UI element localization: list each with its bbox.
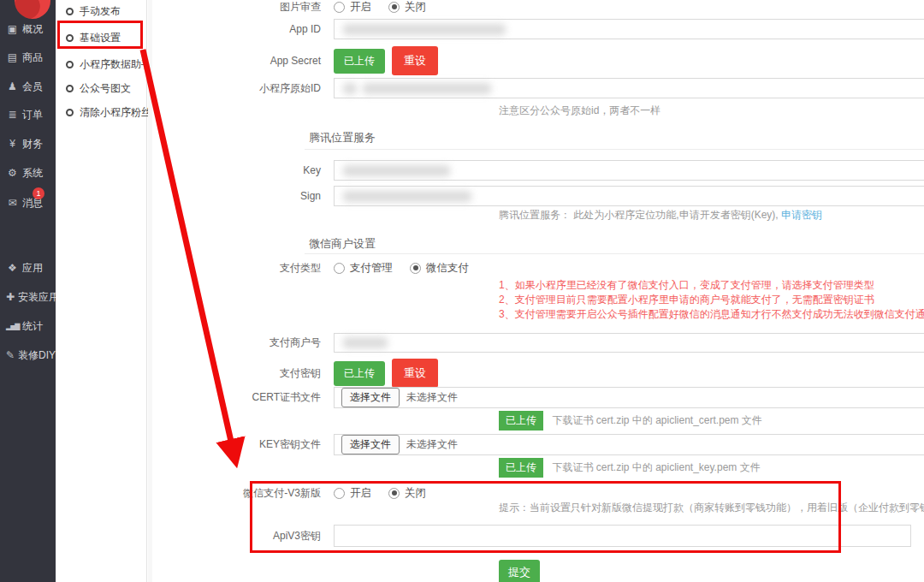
section-tencent-location: 腾讯位置服务 — [309, 130, 376, 146]
cert-choose-file-button[interactable]: 选择文件 — [341, 388, 400, 407]
overview-icon: ▣ — [6, 23, 19, 35]
origin-id-input[interactable] — [334, 78, 924, 98]
apply-key-link[interactable]: 申请密钥 — [781, 209, 822, 221]
sidebar: ▣概况 ▤商品 ♟会员 ≣订单 ¥财务 ⚙系统 ✉消息1 ❖应用 ✚安装应用 ▂… — [0, 0, 56, 582]
apps-icon: ❖ — [6, 262, 19, 274]
key-upload-note: 已上传 下载证书 cert.zip 中的 apiclient_key.pem 文… — [499, 458, 761, 478]
image-review-on-option[interactable]: 开启 — [334, 0, 371, 15]
sidebar-item-finance[interactable]: ¥财务 — [0, 134, 56, 153]
app-logo — [15, 0, 50, 19]
sidebar-item-overview[interactable]: ▣概况 — [0, 20, 56, 39]
pay-note-1: 1、如果小程序里已经没有了微信支付入口，变成了支付管理，请选择支付管理类型 — [499, 278, 874, 293]
origin-id-note: 注意区分公众号原始id，两者不一样 — [499, 104, 660, 118]
pay-note-3: 3、支付管理需要开启公众号插件配置好微信的消息通知才行不然支付成功无法收到微信支… — [499, 307, 924, 322]
cert-file-row: CERT证书文件 选择文件 未选择文件 — [152, 387, 924, 408]
sign-label: Sign — [152, 190, 334, 202]
app-secret-reset-button[interactable]: 重设 — [392, 46, 438, 75]
pay-key-label: 支付密钥 — [152, 366, 334, 381]
wechat-pay-v3-label: 微信支付-V3新版 — [152, 486, 334, 501]
radio-circle-icon — [66, 109, 74, 116]
sidebar-item-members[interactable]: ♟会员 — [0, 77, 56, 96]
stats-icon: ▂▅▇ — [6, 323, 19, 330]
sign-input[interactable] — [334, 186, 924, 206]
redacted-value — [343, 24, 506, 35]
radio-selected-icon[interactable] — [388, 488, 400, 499]
pay-key-reset-button[interactable]: 重设 — [392, 359, 438, 388]
pay-type-manage-option[interactable]: 支付管理 — [334, 261, 393, 276]
sidebar-item-goods[interactable]: ▤商品 — [0, 48, 56, 67]
key-choose-file-button[interactable]: 选择文件 — [341, 435, 400, 454]
radio-unselected-icon[interactable] — [334, 488, 345, 499]
sidebar-item-diy[interactable]: ✎装修DIY — [0, 346, 56, 365]
section-divider — [305, 149, 924, 150]
sidebar-item-orders[interactable]: ≣订单 — [0, 105, 56, 124]
pay-key-uploaded-button[interactable]: 已上传 — [334, 361, 385, 386]
sidebar-item-apps[interactable]: ❖应用 — [0, 258, 56, 277]
submenu-item-manual-publish[interactable]: 手动发布 — [56, 3, 147, 20]
sign-note: 腾讯位置服务： 此处为小程序定位功能,申请开发者密钥(Key), 申请密钥 — [499, 208, 822, 223]
submenu-item-official-articles[interactable]: 公众号图文 — [56, 80, 147, 97]
redacted-value — [343, 337, 388, 348]
radio-unselected-icon[interactable] — [334, 2, 345, 13]
merchant-id-input[interactable] — [334, 333, 924, 353]
sidebar-item-install-apps[interactable]: ✚安装应用 — [0, 288, 56, 306]
sidebar-item-stats[interactable]: ▂▅▇统计 — [0, 317, 56, 336]
radio-circle-icon — [66, 61, 74, 68]
image-review-off-option[interactable]: 关闭 — [388, 0, 426, 15]
radio-unselected-icon[interactable] — [334, 263, 345, 274]
app-id-label: App ID — [152, 23, 334, 35]
app-id-row: App ID — [152, 19, 924, 39]
redacted-value — [363, 83, 491, 94]
settings-submenu: 手动发布 基础设置 小程序数据助手 公众号图文 清除小程序粉丝 — [56, 0, 147, 582]
section-divider — [305, 253, 924, 254]
members-icon: ♟ — [6, 80, 19, 92]
sidebar-item-system[interactable]: ⚙系统 — [0, 163, 56, 182]
merchant-id-label: 支付商户号 — [152, 336, 334, 350]
key-label: Key — [152, 164, 334, 176]
pay-key-row: 支付密钥 已上传 重设 — [152, 359, 924, 388]
cert-uploaded-tag: 已上传 — [499, 411, 543, 431]
sidebar-item-messages[interactable]: ✉消息1 — [0, 193, 56, 212]
app-secret-label: App Secret — [152, 55, 334, 67]
merchant-id-row: 支付商户号 — [152, 333, 924, 353]
redacted-value — [343, 165, 450, 176]
install-apps-icon: ✚ — [6, 291, 15, 303]
finance-icon: ¥ — [6, 138, 19, 150]
section-wechat-merchant: 微信商户设置 — [309, 236, 376, 252]
image-review-row: 图片审查 开启 关闭 — [152, 0, 924, 14]
app-secret-row: App Secret 已上传 重设 — [152, 46, 924, 75]
cert-no-file-text: 未选择文件 — [406, 390, 458, 405]
radio-circle-icon — [66, 85, 74, 92]
wechat-pay-v3-row: 微信支付-V3新版 开启 关闭 — [152, 486, 924, 500]
apiv3-key-input[interactable] — [334, 525, 911, 547]
goods-icon: ▤ — [6, 51, 19, 63]
panel-divider — [148, 0, 152, 582]
redacted-value — [343, 83, 357, 94]
v3-on-option[interactable]: 开启 — [334, 486, 371, 501]
key-input[interactable] — [334, 160, 924, 181]
cert-file-input[interactable]: 选择文件 未选择文件 — [334, 387, 924, 408]
radio-selected-icon[interactable] — [388, 2, 400, 13]
submenu-item-miniprogram-data[interactable]: 小程序数据助手 — [56, 56, 147, 73]
pay-type-wechat-option[interactable]: 微信支付 — [410, 261, 469, 276]
radio-circle-icon — [66, 8, 74, 15]
origin-id-label: 小程序原始ID — [152, 81, 334, 96]
key-row: Key — [152, 160, 924, 181]
submenu-item-clear-fans[interactable]: 清除小程序粉丝 — [56, 104, 147, 121]
radio-circle-icon — [66, 34, 74, 42]
pay-type-label: 支付类型 — [152, 261, 334, 276]
key-file-input[interactable]: 选择文件 未选择文件 — [334, 434, 924, 455]
origin-id-row: 小程序原始ID — [152, 78, 924, 98]
system-icon: ⚙ — [6, 167, 19, 179]
image-review-label: 图片审查 — [152, 0, 334, 15]
messages-icon: ✉ — [6, 197, 19, 209]
v3-off-option[interactable]: 关闭 — [388, 486, 426, 501]
app-id-input[interactable] — [334, 19, 924, 39]
app-secret-uploaded-button[interactable]: 已上传 — [334, 49, 385, 74]
orders-icon: ≣ — [6, 109, 19, 121]
submenu-item-basic-settings[interactable]: 基础设置 — [56, 29, 147, 46]
pay-type-row: 支付类型 支付管理 微信支付 — [152, 261, 924, 275]
key-uploaded-tag: 已上传 — [499, 458, 543, 478]
radio-selected-icon[interactable] — [410, 263, 421, 274]
submit-button[interactable]: 提交 — [499, 560, 540, 582]
